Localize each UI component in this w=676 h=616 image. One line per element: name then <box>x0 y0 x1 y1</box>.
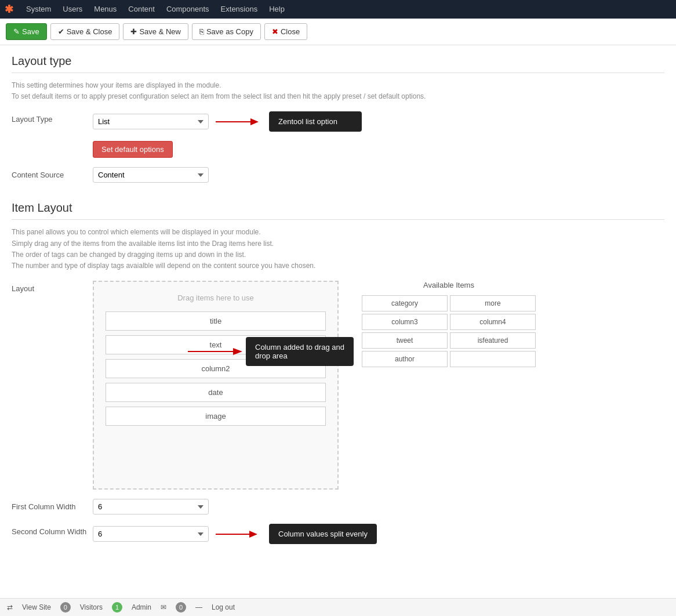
nav-help[interactable]: Help <box>263 0 290 19</box>
avail-column4[interactable]: column4 <box>450 314 536 330</box>
svg-marker-5 <box>249 531 257 538</box>
nav-content[interactable]: Content <box>122 0 161 19</box>
avail-column3[interactable]: column3 <box>362 314 448 330</box>
first-column-row: First Column Width 6 12345 789101112 <box>12 499 664 514</box>
save-icon: ✎ <box>13 27 20 36</box>
mail-icon: ✉ <box>161 603 166 609</box>
admin-label: Admin <box>132 603 151 609</box>
set-default-row: Set default options <box>12 141 664 158</box>
column-widths-section: First Column Width 6 12345 789101112 Sec… <box>12 499 664 544</box>
nav-menus[interactable]: Menus <box>88 0 122 19</box>
copy-icon: ⎘ <box>199 27 204 36</box>
content-source-row: Content Source Content K2 Virtuemart <box>12 167 664 183</box>
nav-components[interactable]: Components <box>161 0 215 19</box>
arrow-column-widths <box>216 528 262 540</box>
drag-item-image[interactable]: image <box>106 407 326 426</box>
svg-marker-3 <box>233 348 242 355</box>
separator: — <box>195 603 202 609</box>
save-copy-button[interactable]: ⎘ Save as Copy <box>192 23 261 40</box>
set-default-button[interactable]: Set default options <box>93 141 173 158</box>
mail-count-badge: 0 <box>176 602 186 609</box>
content-source-label: Content Source <box>12 167 93 179</box>
first-column-select[interactable]: 6 12345 789101112 <box>93 499 209 514</box>
save-close-button[interactable]: ✔ Save & Close <box>50 23 120 40</box>
drag-area-label: Drag items here to use <box>177 293 254 302</box>
save-button[interactable]: ✎ Save <box>6 23 47 40</box>
second-column-label: Second Column Width <box>12 524 93 536</box>
status-arrows-icon: ⇄ <box>7 603 13 609</box>
visitors-badge: 0 <box>60 602 71 609</box>
arrow-to-tooltip <box>216 116 262 128</box>
svg-marker-1 <box>250 118 259 125</box>
drag-drop-area[interactable]: Drag items here to use title text column… <box>93 281 339 490</box>
layout-type-select[interactable]: List Grid Slider <box>93 114 209 129</box>
logout-link[interactable]: Log out <box>212 603 235 609</box>
plus-icon: ✚ <box>130 27 137 36</box>
available-items-label: Available Items <box>362 281 536 289</box>
admin-badge: 1 <box>112 602 122 609</box>
layout-type-heading: Layout type <box>12 45 664 73</box>
column2-callout: Column added to drag anddrop area <box>188 337 536 366</box>
layout-type-label: Layout Type <box>12 111 93 124</box>
column2-tooltip: Column added to drag anddrop area <box>246 337 354 366</box>
layout-row: Layout Drag items here to use title text… <box>12 281 664 490</box>
save-new-button[interactable]: ✚ Save & New <box>123 23 188 40</box>
column-widths-tooltip: Column values split evenly <box>269 524 377 544</box>
layout-label: Layout <box>12 281 93 293</box>
avail-category[interactable]: category <box>362 295 448 311</box>
nav-users[interactable]: Users <box>57 0 88 19</box>
close-icon: ✖ <box>272 27 278 36</box>
status-bar: ⇄ View Site 0 Visitors 1 Admin ✉ 0 — Log… <box>0 598 676 609</box>
available-section: Available Items category more column3 co… <box>362 281 536 366</box>
joomla-logo: ✱ <box>5 3 13 16</box>
close-button[interactable]: ✖ Close <box>264 23 307 40</box>
main-content: Layout type This setting determines how … <box>0 45 676 609</box>
arrow-column2 <box>188 346 246 357</box>
item-layout-heading: Item Layout <box>12 192 664 220</box>
visitors-label: Visitors <box>80 603 103 609</box>
layout-type-tooltip: Zentool list option <box>269 111 362 132</box>
item-layout-desc: This panel allows you to control which e… <box>12 227 664 271</box>
nav-extensions[interactable]: Extensions <box>215 0 264 19</box>
avail-more[interactable]: more <box>450 295 536 311</box>
toolbar: ✎ Save ✔ Save & Close ✚ Save & New ⎘ Sav… <box>0 19 676 45</box>
content-source-select[interactable]: Content K2 Virtuemart <box>93 167 209 183</box>
first-column-label: First Column Width <box>12 499 93 511</box>
checkmark-icon: ✔ <box>58 27 64 36</box>
drag-item-title[interactable]: title <box>106 311 326 331</box>
drag-item-date[interactable]: date <box>106 383 326 402</box>
nav-system[interactable]: System <box>20 0 57 19</box>
top-navigation: ✱ System Users Menus Content Components … <box>0 0 676 19</box>
layout-type-desc: This setting determines how your items a… <box>12 80 664 102</box>
layout-type-row: Layout Type List Grid Slider Zentool lis… <box>12 111 664 132</box>
second-column-select[interactable]: 6 12345 789101112 <box>93 526 209 542</box>
second-column-row: Second Column Width 6 12345 789101112 Co… <box>12 524 664 544</box>
view-site-link[interactable]: View Site <box>22 603 51 609</box>
